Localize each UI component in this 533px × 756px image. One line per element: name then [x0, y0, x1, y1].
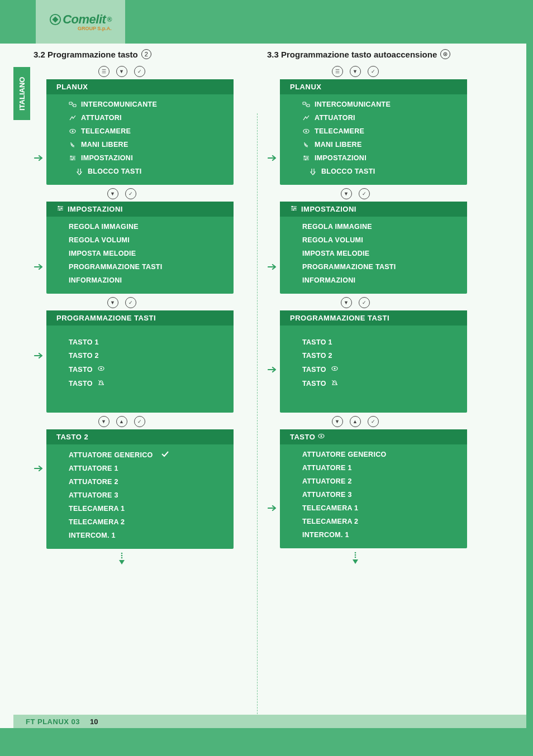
menu-header-label: PLANUX — [56, 83, 88, 91]
menu-item-label: BLOCCO TASTI — [88, 168, 141, 175]
camera-icon — [97, 365, 105, 374]
menu-item-label: INFORMAZIONI — [302, 276, 355, 284]
section-title-text: 3.2 Programmazione tasto — [34, 50, 138, 59]
menu-item: TELECAMERA 1 — [46, 502, 234, 515]
menu-item: INFORMAZIONI — [280, 274, 467, 287]
menu-header-label: PLANUX — [290, 83, 321, 91]
menu-item: TASTO — [280, 376, 467, 390]
menu-header: PROGRAMMAZIONE TASTI — [46, 310, 234, 326]
check-icon: ✓ — [125, 297, 136, 308]
svg-point-7 — [58, 206, 59, 207]
settings-icon — [302, 155, 310, 161]
menu-item: IMPOSTAZIONI — [46, 151, 234, 165]
svg-point-32 — [354, 552, 356, 554]
menu-item: REGOLA VOLUMI — [280, 233, 467, 247]
arrow-right-icon — [34, 465, 45, 472]
menu-item-label: PROGRAMMAZIONE TASTI — [302, 263, 396, 271]
handsfree-icon — [302, 141, 310, 148]
svg-point-25 — [294, 208, 296, 209]
menu-item: PROGRAMMAZIONE TASTI — [280, 260, 467, 274]
down-icon: ▼ — [98, 416, 110, 427]
menu-item: ATTUATORI — [280, 111, 467, 125]
menu-item: PROGRAMMAZIONE TASTI — [46, 260, 234, 274]
menu-header: TASTO — [280, 429, 467, 444]
intercom-icon — [69, 101, 77, 108]
menu-item-label: ATTUATORE GENERICO — [69, 451, 153, 459]
handsfree-icon — [69, 141, 77, 148]
menu-item: ATTUATORE 2 — [46, 475, 234, 489]
svg-point-5 — [72, 159, 73, 160]
nav-icons-1r: ☰ ▼ ✓ — [267, 66, 499, 77]
menu-item-label: ATTUATORI — [81, 114, 122, 122]
menu-item-label: BLOCCO TASTI — [321, 168, 375, 175]
svg-point-34 — [354, 557, 356, 558]
svg-point-9 — [59, 209, 60, 210]
svg-point-22 — [305, 159, 306, 160]
menu-item-label: TELECAMERE — [81, 127, 131, 135]
brand-mark-icon — [49, 13, 61, 26]
menu-item-label: IMPOSTA MELODIE — [302, 250, 369, 257]
menu-header-label: IMPOSTAZIONI — [301, 205, 356, 213]
up-icon: ▲ — [116, 416, 127, 427]
up-icon: ▲ — [350, 416, 361, 427]
menu-item-label: TASTO 1 — [69, 338, 99, 346]
arrow-right-icon — [34, 264, 45, 270]
svg-point-4 — [73, 157, 74, 159]
menu-icon: ☰ — [332, 66, 343, 77]
actuator-icon — [69, 114, 77, 121]
menu-item-label: REGOLA IMMAGINE — [69, 223, 139, 231]
menu-item: TELECAMERE — [280, 125, 467, 138]
section-title-right: 3.3 Programmazione tasto autoaccensione — [267, 49, 499, 59]
check-icon: ✓ — [359, 188, 370, 199]
check-icon: ✓ — [125, 188, 136, 199]
lock-icon — [309, 168, 317, 175]
menu-item: TASTO 2 — [46, 349, 234, 362]
arrow-right-icon — [267, 505, 278, 511]
camera-icon — [331, 365, 339, 374]
menu-header: PROGRAMMAZIONE TASTI — [280, 310, 467, 326]
menu-header: IMPOSTAZIONI — [46, 202, 234, 217]
svg-point-13 — [121, 553, 122, 554]
settings-icon — [69, 155, 77, 161]
down-icon: ▼ — [341, 297, 352, 308]
menu-item-label: PROGRAMMAZIONE TASTI — [69, 263, 163, 271]
column-left: 3.2 Programmazione tasto 2 ☰ ▼ ✓ PLANUXI… — [34, 49, 265, 568]
continue-arrow-icon — [34, 549, 265, 568]
svg-point-2 — [72, 131, 74, 132]
section-title-left: 3.2 Programmazione tasto 2 — [34, 49, 265, 59]
continue-arrow-icon — [267, 548, 499, 568]
svg-point-11 — [100, 368, 102, 370]
menu-item: TASTO — [46, 362, 234, 376]
menu-header: IMPOSTAZIONI — [280, 202, 467, 217]
lock-icon — [75, 168, 83, 175]
svg-point-21 — [307, 157, 308, 159]
menu-header: PLANUX — [280, 79, 467, 94]
menu-item-label: MANI LIBERE — [81, 141, 129, 149]
menu-item-label: ATTUATORI — [315, 114, 355, 122]
svg-point-8 — [61, 208, 62, 209]
language-tab: ITALIANO — [13, 67, 30, 120]
arrow-right-icon — [267, 264, 278, 270]
footer-bar: FT PLANUX 03 10 — [13, 715, 526, 728]
menu-item: BLOCCO TASTI — [46, 165, 234, 178]
svg-point-20 — [304, 156, 305, 157]
column-right: 3.3 Programmazione tasto autoaccensione … — [267, 49, 499, 568]
badge-two-icon: 2 — [141, 49, 151, 59]
menu-item-label: TASTO 2 — [302, 352, 332, 360]
svg-point-23 — [313, 173, 315, 174]
menu-item-label: TASTO 1 — [302, 338, 332, 346]
menu-item-label: REGOLA VOLUMI — [302, 236, 363, 244]
brand-subtitle: GROUP S.p.A. — [49, 26, 112, 31]
arrow-right-icon — [34, 155, 45, 161]
menu-header-label: TASTO — [290, 433, 315, 441]
svg-point-14 — [121, 555, 122, 557]
nav-icons-3r: ▼ ✓ — [267, 297, 499, 308]
menu-item: INTERCOMUNICANTE — [280, 98, 467, 111]
actuator-icon — [302, 114, 310, 121]
menu-item: TASTO 2 — [280, 349, 467, 362]
logo-container: Comelit® GROUP S.p.A. — [36, 0, 125, 44]
menu-item-label: ATTUATORE 2 — [69, 478, 118, 486]
svg-point-3 — [70, 156, 72, 157]
menu-programmazione-tasti: PROGRAMMAZIONE TASTITASTO 1TASTO 2TASTO … — [280, 310, 467, 413]
menu-item: ATTUATORE GENERICO — [46, 448, 234, 462]
